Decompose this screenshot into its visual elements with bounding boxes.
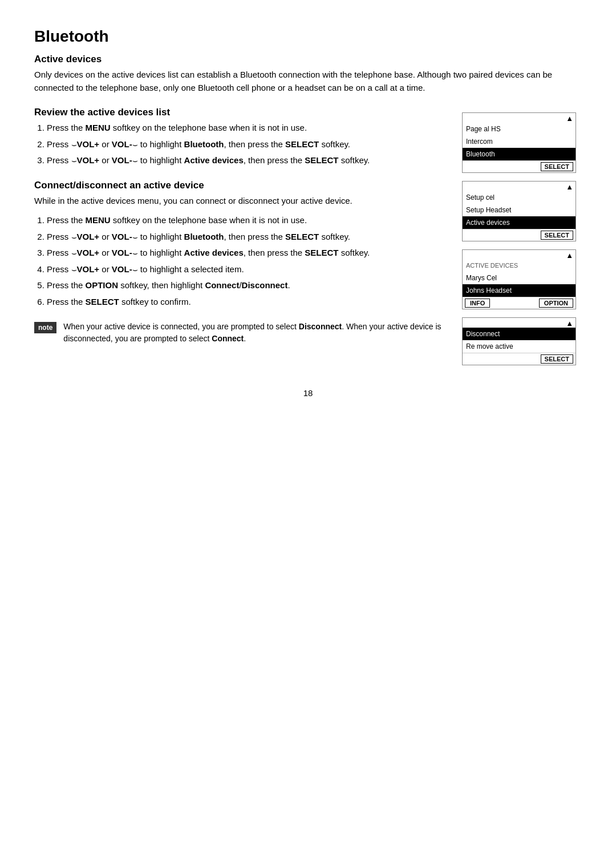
screen3-softkey-bar: INFO OPTION xyxy=(463,297,576,309)
screen3-item-1: Marys Cel xyxy=(463,272,576,284)
cd-step-1: Press the MENU softkey on the telephone … xyxy=(47,214,445,227)
screen2-softkey-bar: SELECT xyxy=(463,229,576,241)
phone-screen-2: ▲ Setup cel Setup Headset Active devices… xyxy=(462,181,576,241)
page-number: 18 xyxy=(34,388,582,398)
up-arrow-3: ▲ xyxy=(463,250,576,260)
screen3-item-2-highlighted: Johns Headset xyxy=(463,284,576,297)
active-devices-heading: Active devices xyxy=(34,54,582,65)
cd-step-2: Press ⌣VOL+ or VOL-⌣ to highlight Blueto… xyxy=(47,231,445,244)
cd-step-4: Press ⌣VOL+ or VOL-⌣ to highlight a sele… xyxy=(47,263,445,276)
connect-disconnect-intro: While in the active devices menu, you ca… xyxy=(34,195,445,208)
screen1-item-1: Page al HS xyxy=(463,123,576,135)
up-arrow-4: ▲ xyxy=(463,318,576,328)
cd-step-6: Press the SELECT softkey to confirm. xyxy=(47,296,445,309)
screen4-item-2: Re move active xyxy=(463,340,576,353)
phone-screen-4: ▲ Disconnect Re move active SELECT xyxy=(462,317,576,365)
content-area: Review the active devices list Press the… xyxy=(34,107,582,365)
up-arrow-1: ▲ xyxy=(463,113,576,123)
screen3-info-button[interactable]: INFO xyxy=(465,299,490,308)
connect-disconnect-heading: Connect/disconnect an active device xyxy=(34,180,445,191)
connect-disconnect-section: Connect/disconnect an active device Whil… xyxy=(34,180,445,309)
screen2-item-1: Setup cel xyxy=(463,191,576,204)
review-section: Review the active devices list Press the… xyxy=(34,107,445,167)
screen4-softkey-bar: SELECT xyxy=(463,353,576,365)
review-heading: Review the active devices list xyxy=(34,107,445,118)
review-step-1: Press the MENU softkey on the telephone … xyxy=(47,122,445,135)
cd-step-5: Press the OPTION softkey, then highlight… xyxy=(47,279,445,292)
screen1-softkey-bar: SELECT xyxy=(463,160,576,172)
note-text: When your active device is connected, yo… xyxy=(63,321,445,345)
note-box: note When your active device is connecte… xyxy=(34,321,445,345)
page-title: Bluetooth xyxy=(34,27,582,46)
left-column: Review the active devices list Press the… xyxy=(34,107,445,345)
right-column: ▲ Page al HS Intercom Bluetooth SELECT ▲… xyxy=(462,112,582,365)
active-devices-section: Active devices Only devices on the activ… xyxy=(34,54,582,94)
screen3-option-button[interactable]: OPTION xyxy=(539,299,573,308)
review-step-2: Press ⌣VOL+ or VOL-⌣ to highlight Blueto… xyxy=(47,138,445,151)
screen2-select-button[interactable]: SELECT xyxy=(541,231,573,240)
up-arrow-2: ▲ xyxy=(463,182,576,191)
screen3-header: ACTIVE DEVICES xyxy=(463,260,576,272)
phone-screen-1: ▲ Page al HS Intercom Bluetooth SELECT xyxy=(462,112,576,173)
connect-disconnect-steps: Press the MENU softkey on the telephone … xyxy=(47,214,445,308)
review-step-3: Press ⌣VOL+ or VOL-⌣ to highlight Active… xyxy=(47,154,445,167)
cd-step-3: Press ⌣VOL+ or VOL-⌣ to highlight Active… xyxy=(47,247,445,260)
screen4-item-1-highlighted: Disconnect xyxy=(463,328,576,340)
phone-screen-3: ▲ ACTIVE DEVICES Marys Cel Johns Headset… xyxy=(462,249,576,309)
active-devices-body: Only devices on the active devices list … xyxy=(34,68,582,94)
review-steps: Press the MENU softkey on the telephone … xyxy=(47,122,445,167)
screen1-item-2: Intercom xyxy=(463,135,576,148)
screen1-select-button[interactable]: SELECT xyxy=(541,162,573,171)
note-label: note xyxy=(34,322,56,333)
screen2-item-2: Setup Headset xyxy=(463,204,576,216)
screen2-item-3-highlighted: Active devices xyxy=(463,216,576,229)
screen1-item-3-highlighted: Bluetooth xyxy=(463,148,576,160)
screen4-select-button[interactable]: SELECT xyxy=(541,354,573,364)
